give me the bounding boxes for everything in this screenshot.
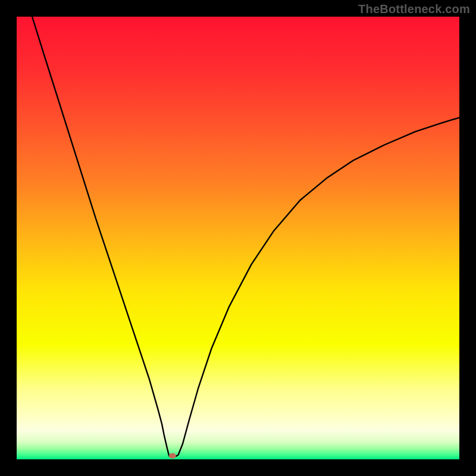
attribution-text: TheBottleneck.com: [358, 2, 470, 16]
chart-plot-area: [17, 17, 459, 459]
chart-frame: TheBottleneck.com: [0, 0, 476, 476]
chart-background: [17, 17, 459, 459]
optimal-point-marker: [169, 453, 176, 459]
